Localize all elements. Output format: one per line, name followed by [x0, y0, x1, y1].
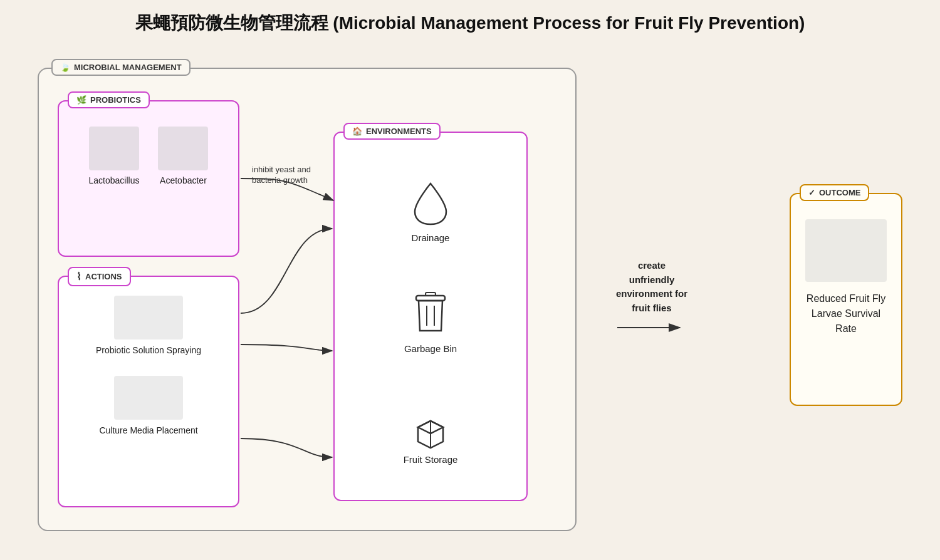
lactobacillus-label: Lactobacillus	[89, 175, 140, 185]
outcome-check-icon: ✓	[808, 188, 815, 197]
actions-box: ⌇ ACTIONS Probiotic Solution Spraying Cu…	[58, 276, 239, 507]
probiotics-icon: 🌿	[76, 95, 86, 105]
svg-rect-1	[426, 293, 436, 296]
lactobacillus-item: Lactobacillus	[89, 127, 140, 185]
fruit-storage-label: Fruit Storage	[404, 454, 458, 465]
page-title: 果蠅預防微生物管理流程 (Microbial Management Proces…	[0, 0, 940, 41]
outcome-text: Reduced Fruit Fly Larvae Survival Rate	[800, 291, 892, 336]
environments-label: 🏠 ENVIRONMENTS	[343, 123, 441, 140]
acetobacter-label: Acetobacter	[160, 175, 207, 185]
probiotics-images: Lactobacillus Acetobacter	[89, 127, 209, 185]
middle-connector: createunfriendlyenvironment forfruit fli…	[589, 259, 714, 340]
drainage-label: Drainage	[412, 232, 450, 243]
environments-icon: 🏠	[352, 127, 362, 136]
microbial-management-box: 🍃 MICROBIAL MANAGEMENT 🌿 PROBIOTICS Lact…	[38, 68, 577, 531]
environments-box: 🏠 ENVIRONMENTS Drainage	[333, 132, 528, 501]
right-arrow-svg	[614, 315, 689, 340]
probiotic-spraying-image	[114, 296, 183, 340]
probiotic-spraying-item: Probiotic Solution Spraying	[96, 296, 201, 357]
microbial-management-label: 🍃 MICROBIAL MANAGEMENT	[51, 59, 191, 76]
svg-text:bacteria growth: bacteria growth	[252, 175, 308, 185]
probiotics-label: 🌿 PROBIOTICS	[68, 91, 150, 108]
outcome-label: ✓ OUTCOME	[800, 184, 869, 201]
outcome-box: ✓ OUTCOME Reduced Fruit Fly Larvae Survi…	[790, 193, 902, 406]
culture-media-item: Culture Media Placement	[99, 376, 197, 437]
microbial-icon: 🍃	[60, 63, 70, 72]
actions-label: ⌇ ACTIONS	[68, 267, 131, 286]
probiotics-box: 🌿 PROBIOTICS Lactobacillus Acetobacter	[58, 100, 239, 257]
actions-icon: ⌇	[76, 271, 81, 283]
probiotic-spraying-label: Probiotic Solution Spraying	[96, 345, 201, 357]
lactobacillus-image	[89, 127, 139, 170]
drainage-icon	[409, 177, 452, 227]
create-unfriendly-label: createunfriendlyenvironment forfruit fli…	[616, 259, 687, 315]
culture-media-image	[114, 376, 183, 420]
fruit-storage-icon	[409, 399, 452, 449]
culture-media-label: Culture Media Placement	[99, 425, 197, 437]
acetobacter-item: Acetobacter	[158, 127, 208, 185]
drainage-item: Drainage	[409, 177, 452, 243]
outcome-image	[805, 219, 887, 282]
garbage-bin-label: Garbage Bin	[404, 343, 457, 354]
acetobacter-image	[158, 127, 208, 170]
fruit-storage-item: Fruit Storage	[404, 399, 458, 465]
garbage-bin-item: Garbage Bin	[404, 288, 457, 354]
svg-text:inhibit yeast and: inhibit yeast and	[252, 165, 311, 174]
garbage-bin-icon	[409, 288, 452, 338]
